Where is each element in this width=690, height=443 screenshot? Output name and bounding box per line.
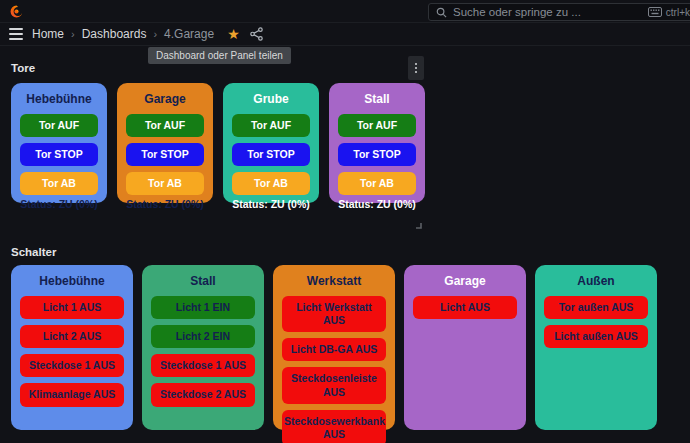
control-button-tor-ab[interactable]: Tor AB	[20, 172, 98, 195]
section-schalter: Schalter HebebühneLicht 1 AUSLicht 2 AUS…	[0, 246, 690, 430]
breadcrumb-home[interactable]: Home	[32, 27, 64, 41]
section-title: Tore	[11, 62, 35, 74]
control-button-tor-ab[interactable]: Tor AB	[126, 172, 204, 195]
keyboard-icon	[648, 7, 662, 17]
control-button-steckdose-2-aus[interactable]: Steckdose 2 AUS	[151, 383, 255, 406]
control-button-tor-auf[interactable]: Tor AUF	[232, 114, 310, 137]
panel-garage: GarageTor AUFTor STOPTor ABStatus: ZU (0…	[117, 83, 213, 203]
panel-title: Außen	[544, 274, 648, 288]
search-icon	[436, 7, 447, 18]
panel-hebeb-hne: HebebühneLicht 1 AUSLicht 2 AUSSteckdose…	[11, 265, 133, 430]
control-button-steckdose-1-aus[interactable]: Steckdose 1 AUS	[151, 354, 255, 377]
panel-title: Garage	[126, 92, 204, 106]
panel-title: Stall	[151, 274, 255, 288]
status-label: Status: ZU (0%)	[20, 198, 98, 212]
control-button-licht-1-ein[interactable]: Licht 1 EIN	[151, 296, 255, 319]
status-label: Status: ZU (0%)	[126, 198, 204, 212]
panel-title: Hebebühne	[20, 92, 98, 106]
breadcrumb-current-dashboard: 4.Garage	[164, 27, 214, 41]
search-input[interactable]: Suche oder springe zu ... ctrl+k	[428, 3, 690, 21]
panel-title: Stall	[338, 92, 416, 106]
control-button-steckdosewerkbank-aus[interactable]: Steckdosewerkbank AUS	[282, 410, 386, 443]
control-button-steckdose-1-aus[interactable]: Steckdose 1 AUS	[20, 354, 124, 377]
status-label: Status: ZU (0%)	[338, 198, 416, 212]
control-button-tor-stop[interactable]: Tor STOP	[126, 143, 204, 166]
control-button-tor-auf[interactable]: Tor AUF	[20, 114, 98, 137]
control-button-licht-werkstatt-aus[interactable]: Licht Werkstatt AUS	[282, 296, 386, 332]
grafana-logo-icon[interactable]	[8, 3, 25, 20]
status-label: Status: ZU (0%)	[232, 198, 310, 212]
panel-hebeb-hne: HebebühneTor AUFTor STOPTor ABStatus: ZU…	[11, 83, 107, 203]
control-button-licht-aus[interactable]: Licht AUS	[413, 296, 517, 319]
panel-menu-icon[interactable]	[408, 56, 424, 80]
control-button-tor-ab[interactable]: Tor AB	[232, 172, 310, 195]
resize-corner-icon[interactable]	[415, 222, 422, 229]
panel-stall: StallTor AUFTor STOPTor ABStatus: ZU (0%…	[329, 83, 425, 203]
panel-grube: GrubeTor AUFTor STOPTor ABStatus: ZU (0%…	[223, 83, 319, 203]
search-placeholder: Suche oder springe zu ...	[453, 6, 642, 18]
search-shortcut: ctrl+k	[648, 7, 690, 18]
breadcrumb-dashboards[interactable]: Dashboards	[82, 27, 147, 41]
section-title: Schalter	[11, 246, 56, 258]
control-button-klimaanlage-aus[interactable]: Klimaanlage AUS	[20, 383, 124, 406]
section-header-tore: Tore	[0, 62, 690, 74]
tore-panel-row: HebebühneTor AUFTor STOPTor ABStatus: ZU…	[0, 83, 690, 203]
breadcrumb: Home › Dashboards › 4.Garage	[32, 27, 214, 41]
control-button-tor-auf[interactable]: Tor AUF	[338, 114, 416, 137]
favorite-star-icon[interactable]: ★	[227, 27, 240, 41]
panel-title: Werkstatt	[282, 274, 386, 288]
share-tooltip: Dashboard oder Panel teilen	[148, 47, 291, 64]
nav-bar: Home › Dashboards › 4.Garage ★	[0, 23, 690, 46]
control-button-tor-stop[interactable]: Tor STOP	[232, 143, 310, 166]
panel-title: Hebebühne	[20, 274, 124, 288]
control-button-tor-au-en-aus[interactable]: Tor außen AUS	[544, 296, 648, 319]
panel-title: Grube	[232, 92, 310, 106]
control-button-licht-1-aus[interactable]: Licht 1 AUS	[20, 296, 124, 319]
control-button-steckdosenleiste-aus[interactable]: Steckdosenleiste AUS	[282, 367, 386, 403]
control-button-tor-auf[interactable]: Tor AUF	[126, 114, 204, 137]
control-button-licht-db-ga-aus[interactable]: Licht DB-GA AUS	[282, 338, 386, 361]
control-button-tor-stop[interactable]: Tor STOP	[338, 143, 416, 166]
panel-title: Garage	[413, 274, 517, 288]
breadcrumb-separator: ›	[153, 28, 157, 40]
menu-toggle-icon[interactable]	[9, 28, 23, 40]
control-button-tor-stop[interactable]: Tor STOP	[20, 143, 98, 166]
schalter-panel-row: HebebühneLicht 1 AUSLicht 2 AUSSteckdose…	[0, 265, 690, 430]
grafana-dashboard: { "topbar": { "search_placeholder": "Suc…	[0, 0, 690, 443]
panel-au-en: AußenTor außen AUSLicht außen AUS	[535, 265, 657, 430]
panel-stall: StallLicht 1 EINLicht 2 EINSteckdose 1 A…	[142, 265, 264, 430]
share-icon[interactable]	[249, 27, 264, 41]
section-tore: Tore HebebühneTor AUFTor STOPTor ABStatu…	[0, 62, 690, 203]
control-button-tor-ab[interactable]: Tor AB	[338, 172, 416, 195]
breadcrumb-separator: ›	[71, 28, 75, 40]
section-header-schalter: Schalter	[0, 246, 690, 258]
control-button-licht-2-aus[interactable]: Licht 2 AUS	[20, 325, 124, 348]
panel-werkstatt: WerkstattLicht Werkstatt AUSLicht DB-GA …	[273, 265, 395, 430]
panel-garage: GarageLicht AUS	[404, 265, 526, 430]
control-button-licht-au-en-aus[interactable]: Licht außen AUS	[544, 325, 648, 348]
control-button-licht-2-ein[interactable]: Licht 2 EIN	[151, 325, 255, 348]
